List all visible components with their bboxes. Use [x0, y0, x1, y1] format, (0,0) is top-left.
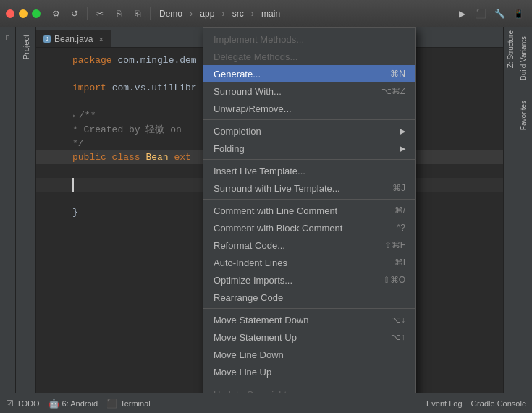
- minimize-dot[interactable]: [19, 9, 28, 18]
- menu-sep-5: [203, 383, 415, 383]
- favorites-label[interactable]: Favorites: [518, 98, 532, 133]
- menu-sep-1: [203, 119, 415, 120]
- toolbar-icon-5[interactable]: ⎗: [130, 6, 145, 22]
- toolbar-sep-2: [150, 7, 151, 20]
- menu-item-folding[interactable]: Folding ▶: [203, 140, 415, 157]
- menu-item-surround-live[interactable]: Surround with Live Template... ⌘J: [203, 179, 415, 197]
- menu-item-move-line-up[interactable]: Move Line Up: [203, 363, 415, 380]
- tab-label: Bean.java: [54, 34, 93, 44]
- context-menu: Implement Methods... Delegate Methods...…: [203, 27, 416, 393]
- toolbar-icon-1[interactable]: ⚙: [48, 6, 64, 22]
- right-panels: Build Variants Favorites: [518, 27, 532, 393]
- java-file-icon: J: [43, 35, 51, 43]
- todo-icon: ☑: [6, 399, 14, 409]
- gradle-console-label: Gradle Console: [471, 399, 526, 408]
- module-label[interactable]: app: [195, 7, 219, 20]
- menu-item-insert-live[interactable]: Insert Live Template...: [203, 162, 415, 179]
- title-bar: ⚙ ↺ ✂ ⎘ ⎗ Demo › app › src › main ▶ ⬛ 🔧 …: [0, 0, 532, 27]
- menu-item-optimize[interactable]: Optimize Imports... ⇧⌘O: [203, 271, 415, 289]
- editor-tab[interactable]: J Bean.java ×: [36, 30, 111, 47]
- toolbar-right-2[interactable]: ⬛: [473, 6, 489, 22]
- build-variants-label[interactable]: Build Variants: [518, 33, 532, 83]
- android-label: 6: Android: [62, 399, 98, 408]
- menu-sep-2: [203, 159, 415, 160]
- menu-item-unwrap[interactable]: Unwrap/Remove...: [203, 100, 415, 117]
- toolbar-sep-1: [87, 7, 88, 20]
- project-label[interactable]: Demo: [155, 7, 187, 20]
- menu-sep-4: [203, 308, 415, 309]
- tab-close-button[interactable]: ×: [98, 35, 103, 43]
- menu-item-line-comment[interactable]: Comment with Line Comment ⌘/: [203, 202, 415, 219]
- event-log-button[interactable]: Event Log: [426, 399, 463, 408]
- structure-panel-label[interactable]: Z: Structure: [507, 30, 515, 68]
- toolbar-icon-3[interactable]: ✂: [92, 6, 108, 22]
- menu-item-move-stmt-down[interactable]: Move Statement Down ⌥↓: [203, 311, 415, 328]
- main-layout: P Project J Bean.java × package com.ming…: [0, 27, 532, 393]
- menu-item-delegate[interactable]: Delegate Methods...: [203, 48, 415, 65]
- toolbar-right-3[interactable]: 🔧: [491, 6, 507, 22]
- structure-panel[interactable]: Z: Structure: [503, 27, 518, 393]
- event-log-label: Event Log: [426, 399, 463, 408]
- terminal-label: Terminal: [120, 399, 151, 408]
- toolbar-icon-2[interactable]: ↺: [67, 6, 83, 22]
- src-label[interactable]: src: [228, 7, 248, 20]
- menu-item-move-line-down[interactable]: Move Line Down: [203, 346, 415, 363]
- left-sidebar: P: [0, 27, 16, 393]
- menu-item-auto-indent[interactable]: Auto-Indent Lines ⌘I: [203, 254, 415, 271]
- bottom-bar: ☑ TODO 🤖 6: Android ⬛ Terminal Event Log…: [0, 393, 532, 413]
- gradle-console-button[interactable]: Gradle Console: [471, 399, 526, 408]
- close-dot[interactable]: [6, 9, 14, 18]
- project-panel-label[interactable]: Project: [22, 35, 30, 59]
- menu-item-surround-with[interactable]: Surround With... ⌥⌘Z: [203, 82, 415, 100]
- terminal-icon: ⬛: [106, 399, 117, 409]
- menu-item-implement[interactable]: Implement Methods...: [203, 30, 415, 48]
- menu-item-block-comment[interactable]: Comment with Block Comment ^?: [203, 219, 415, 237]
- terminal-button[interactable]: ⬛ Terminal: [106, 399, 151, 409]
- editor-area[interactable]: J Bean.java × package com.mingle.dem imp…: [36, 27, 503, 393]
- menu-item-move-stmt-up[interactable]: Move Statement Up ⌥↑: [203, 328, 415, 346]
- todo-label: TODO: [17, 399, 40, 408]
- toolbar-right-4[interactable]: 📱: [510, 6, 526, 22]
- main-label[interactable]: main: [257, 7, 284, 20]
- toolbar-icon-4[interactable]: ⎘: [111, 6, 127, 22]
- menu-sep-3: [203, 199, 415, 200]
- todo-button[interactable]: ☑ TODO: [6, 399, 40, 409]
- window-controls: [6, 9, 41, 18]
- toolbar-right-1[interactable]: ▶: [454, 6, 470, 22]
- right-toolbar: ▶ ⬛ 🔧 📱: [454, 6, 526, 22]
- toolbar: ⚙ ↺ ✂ ⎘ ⎗ Demo › app › src › main: [48, 6, 454, 22]
- menu-item-implement-label: Implement Methods...: [214, 34, 304, 45]
- android-button[interactable]: 🤖 6: Android: [48, 399, 98, 409]
- menu-item-rearrange[interactable]: Rearrange Code: [203, 289, 415, 306]
- sidebar-project-icon[interactable]: P: [1, 30, 15, 45]
- maximize-dot[interactable]: [32, 9, 41, 18]
- menu-item-reformat[interactable]: Reformat Code... ⇧⌘F: [203, 237, 415, 254]
- android-icon: 🤖: [48, 399, 59, 409]
- menu-item-completion[interactable]: Completion ▶: [203, 122, 415, 140]
- menu-item-generate[interactable]: Generate... ⌘N: [203, 65, 415, 82]
- menu-item-update-copyright[interactable]: Update Copyright...: [203, 386, 415, 393]
- project-panel[interactable]: Project: [16, 27, 36, 393]
